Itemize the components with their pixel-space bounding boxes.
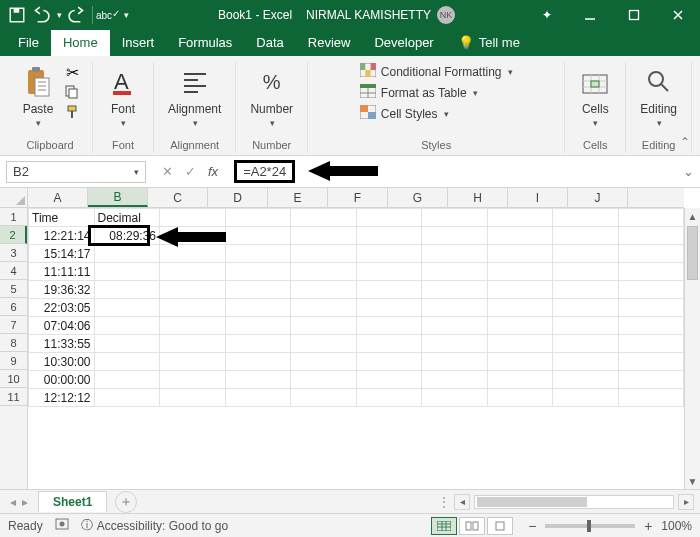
cell[interactable]	[553, 209, 619, 227]
cell[interactable]	[94, 335, 160, 353]
cell[interactable]	[487, 281, 553, 299]
hscroll-right-icon[interactable]: ▸	[678, 494, 694, 510]
cell[interactable]	[356, 263, 422, 281]
cell[interactable]	[356, 299, 422, 317]
add-sheet-button[interactable]: ＋	[115, 491, 137, 513]
cell[interactable]	[225, 209, 291, 227]
cell[interactable]	[291, 245, 357, 263]
col-header-E[interactable]: E	[268, 188, 328, 207]
row-header-9[interactable]: 9	[0, 352, 27, 370]
cell[interactable]	[356, 335, 422, 353]
cell[interactable]	[291, 353, 357, 371]
view-page-break-button[interactable]	[487, 517, 513, 535]
expand-formula-bar-icon[interactable]: ⌄	[676, 164, 700, 179]
cell[interactable]	[487, 389, 553, 407]
cell[interactable]	[291, 335, 357, 353]
save-icon[interactable]	[8, 6, 26, 24]
cell[interactable]	[225, 353, 291, 371]
cell[interactable]	[618, 263, 684, 281]
cell[interactable]	[553, 245, 619, 263]
cell[interactable]	[94, 317, 160, 335]
cell[interactable]	[291, 281, 357, 299]
cell[interactable]	[487, 353, 553, 371]
cell[interactable]: 12:12:12	[29, 389, 95, 407]
cell-styles-button[interactable]: Cell Styles▾	[358, 104, 515, 123]
cell[interactable]: 10:30:00	[29, 353, 95, 371]
view-normal-button[interactable]	[431, 517, 457, 535]
undo-icon[interactable]	[32, 6, 50, 24]
cell[interactable]: 07:04:06	[29, 317, 95, 335]
cell[interactable]	[225, 299, 291, 317]
cell[interactable]	[291, 371, 357, 389]
cell[interactable]: 15:14:17	[29, 245, 95, 263]
column-headers[interactable]: ABCDEFGHIJ	[28, 188, 684, 208]
scroll-up-icon[interactable]: ▲	[685, 208, 700, 224]
row-header-6[interactable]: 6	[0, 298, 27, 316]
cell[interactable]	[618, 353, 684, 371]
redo-icon[interactable]	[68, 6, 86, 24]
cell[interactable]: 12:21:14	[29, 227, 95, 245]
cell[interactable]	[618, 299, 684, 317]
alignment-button[interactable]: Alignment▾	[164, 62, 225, 130]
col-header-G[interactable]: G	[388, 188, 448, 207]
cell[interactable]	[422, 317, 488, 335]
cell[interactable]	[553, 353, 619, 371]
cell[interactable]	[553, 227, 619, 245]
cell[interactable]	[422, 281, 488, 299]
formula-input[interactable]: =A2*24	[228, 160, 676, 183]
cell[interactable]: 11:33:55	[29, 335, 95, 353]
cell[interactable]	[356, 209, 422, 227]
zoom-in-button[interactable]: +	[641, 519, 655, 533]
number-button[interactable]: % Number▾	[246, 62, 297, 130]
cell[interactable]	[422, 389, 488, 407]
cell[interactable]	[618, 371, 684, 389]
cell[interactable]	[291, 263, 357, 281]
tab-insert[interactable]: Insert	[110, 30, 167, 56]
editing-button[interactable]: Editing▾	[636, 62, 681, 130]
cell[interactable]	[553, 389, 619, 407]
col-header-B[interactable]: B	[88, 188, 148, 207]
col-header-C[interactable]: C	[148, 188, 208, 207]
cell[interactable]	[422, 299, 488, 317]
cell[interactable]	[553, 371, 619, 389]
cell[interactable]	[160, 299, 226, 317]
cell[interactable]	[618, 317, 684, 335]
cell[interactable]	[618, 209, 684, 227]
sheet-nav-next-icon[interactable]: ▸	[22, 495, 28, 509]
cell[interactable]	[422, 263, 488, 281]
cell[interactable]	[487, 227, 553, 245]
row-headers[interactable]: 1234567891011	[0, 208, 28, 489]
copy-icon[interactable]	[62, 84, 82, 100]
col-header-A[interactable]: A	[28, 188, 88, 207]
cell[interactable]	[356, 317, 422, 335]
cell[interactable]	[553, 281, 619, 299]
zoom-out-button[interactable]: −	[525, 519, 539, 533]
worksheet-grid[interactable]: ABCDEFGHIJ 1234567891011 TimeDecimal12:2…	[0, 188, 700, 489]
row-header-1[interactable]: 1	[0, 208, 27, 226]
col-header-I[interactable]: I	[508, 188, 568, 207]
cell[interactable]	[225, 371, 291, 389]
row-header-5[interactable]: 5	[0, 280, 27, 298]
cell[interactable]	[487, 335, 553, 353]
cell[interactable]	[618, 335, 684, 353]
maximize-button[interactable]	[612, 0, 656, 30]
view-page-layout-button[interactable]	[459, 517, 485, 535]
cell[interactable]	[225, 263, 291, 281]
col-header-J[interactable]: J	[568, 188, 628, 207]
row-header-4[interactable]: 4	[0, 262, 27, 280]
cell[interactable]	[553, 299, 619, 317]
tab-formulas[interactable]: Formulas	[166, 30, 244, 56]
spellcheck-icon[interactable]: abc✓	[99, 6, 117, 24]
tell-me[interactable]: 💡 Tell me	[446, 30, 532, 56]
conditional-formatting-button[interactable]: Conditional Formatting▾	[358, 62, 515, 81]
cell[interactable]	[160, 317, 226, 335]
cell[interactable]	[160, 389, 226, 407]
cell[interactable]	[291, 227, 357, 245]
cancel-formula-icon[interactable]: ✕	[162, 164, 173, 179]
cut-icon[interactable]: ✂	[62, 64, 82, 80]
cells-button[interactable]: Cells▾	[575, 62, 615, 130]
tab-file[interactable]: File	[6, 30, 51, 56]
cell[interactable]	[225, 335, 291, 353]
cell[interactable]	[160, 371, 226, 389]
cell[interactable]	[422, 335, 488, 353]
